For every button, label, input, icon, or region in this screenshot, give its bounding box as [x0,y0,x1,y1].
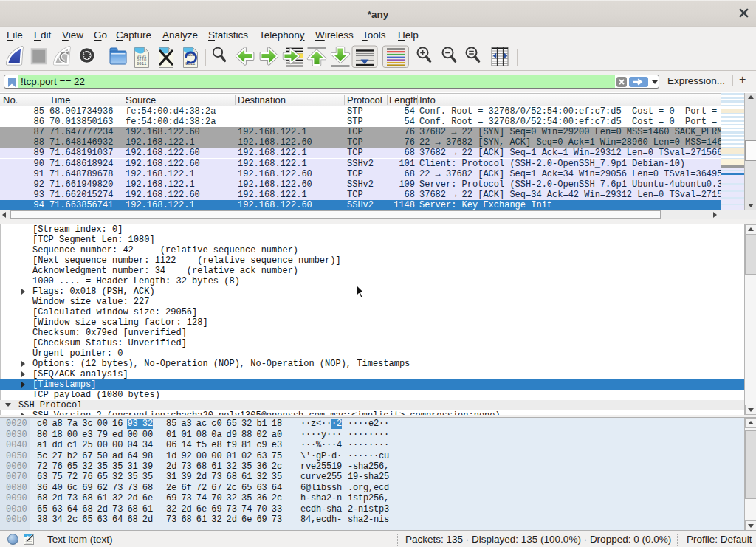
svg-text:0011: 0011 [137,61,147,66]
